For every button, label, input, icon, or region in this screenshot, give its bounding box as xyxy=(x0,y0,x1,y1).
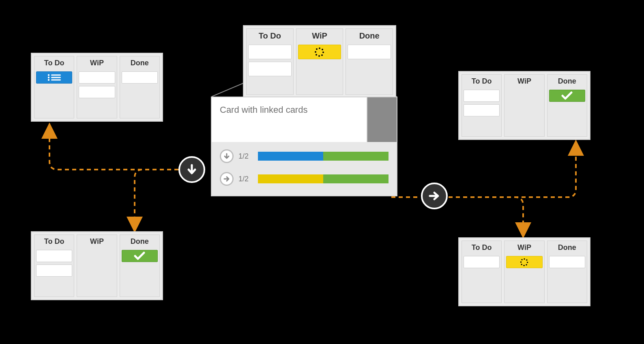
card-done[interactable] xyxy=(549,90,585,102)
column-done: Done xyxy=(547,241,587,303)
card-blank[interactable] xyxy=(348,45,391,59)
column-done: Done xyxy=(547,74,587,137)
svg-point-20 xyxy=(520,261,522,262)
svg-point-2 xyxy=(322,52,324,53)
arrow-to-top-left xyxy=(49,129,178,170)
progress-segment-green xyxy=(323,174,389,183)
svg-point-16 xyxy=(527,262,528,263)
board-bottom-right: To Do WiP Done xyxy=(458,237,590,306)
card-blank[interactable] xyxy=(248,62,292,76)
detail-title: Card with linked cards xyxy=(212,97,367,142)
badge-related xyxy=(421,183,448,209)
column-header-wip: WiP xyxy=(506,76,542,87)
linked-row-related: 1/2 xyxy=(220,172,389,186)
column-header-wip: WiP xyxy=(506,243,542,254)
linked-row-children: 1/2 xyxy=(220,149,389,163)
board-top-left: To Do WiP Done xyxy=(31,53,163,122)
arrow-down-icon xyxy=(223,153,230,159)
card-done[interactable] xyxy=(122,250,158,262)
svg-rect-13 xyxy=(51,80,61,81)
column-header-todo: To Do xyxy=(248,30,292,42)
column-todo: To Do xyxy=(34,234,74,297)
arrow-right-icon xyxy=(427,189,441,203)
svg-rect-11 xyxy=(51,77,61,78)
svg-point-0 xyxy=(319,47,320,49)
loading-dots-icon xyxy=(314,47,325,57)
column-header-wip: WiP xyxy=(79,58,115,69)
column-header-done: Done xyxy=(122,58,158,69)
column-header-todo: To Do xyxy=(464,243,500,254)
column-header-done: Done xyxy=(348,30,391,42)
svg-point-7 xyxy=(316,48,318,50)
card-blank[interactable] xyxy=(79,71,115,84)
arrow-right-icon xyxy=(223,176,230,182)
expand-children-button[interactable] xyxy=(220,149,234,163)
children-fraction: 1/2 xyxy=(238,152,253,161)
card-list[interactable] xyxy=(36,71,72,84)
card-blank[interactable] xyxy=(122,71,158,84)
card-detail-panel: Card with linked cards 1/2 1/2 xyxy=(211,97,397,196)
column-header-done: Done xyxy=(549,76,585,87)
progress-segment-green xyxy=(323,152,389,161)
svg-point-6 xyxy=(315,51,316,53)
column-header-done: Done xyxy=(549,243,585,254)
svg-rect-9 xyxy=(51,75,61,76)
svg-point-12 xyxy=(47,79,49,81)
arrow-to-bottom-left xyxy=(135,170,178,226)
arrow-to-top-right xyxy=(449,146,576,197)
svg-point-8 xyxy=(47,74,49,76)
expand-related-button[interactable] xyxy=(220,172,234,186)
svg-point-17 xyxy=(526,264,527,265)
column-todo: To Do xyxy=(462,241,502,303)
card-blank[interactable] xyxy=(248,45,292,59)
card-blank[interactable] xyxy=(464,90,500,102)
svg-point-1 xyxy=(322,49,323,50)
column-done: Done xyxy=(120,56,160,118)
check-icon xyxy=(561,91,573,100)
column-todo: To Do xyxy=(246,28,294,95)
column-wip: WiP xyxy=(504,241,544,303)
progress-segment-blue xyxy=(258,152,323,161)
card-loading[interactable] xyxy=(298,45,341,59)
svg-point-15 xyxy=(526,259,527,260)
card-blank[interactable] xyxy=(464,104,500,116)
board-top-right: To Do WiP Done xyxy=(458,71,590,140)
children-progress-bar xyxy=(258,152,389,161)
card-blank[interactable] xyxy=(464,256,500,268)
arrow-down-icon xyxy=(185,163,199,176)
svg-point-10 xyxy=(47,77,49,78)
related-fraction: 1/2 xyxy=(238,175,253,183)
board-top-center: To Do WiP Done xyxy=(243,25,396,98)
card-blank[interactable] xyxy=(549,256,585,268)
svg-point-3 xyxy=(321,54,323,56)
column-wip: WiP xyxy=(77,56,117,118)
column-wip: WiP xyxy=(296,28,343,95)
arrow-to-bottom-right xyxy=(449,197,523,232)
svg-point-4 xyxy=(318,55,320,57)
column-todo: To Do xyxy=(462,74,502,137)
badge-children xyxy=(178,156,205,183)
card-loading[interactable] xyxy=(506,256,542,268)
loading-dots-icon xyxy=(520,258,529,267)
svg-point-21 xyxy=(521,259,522,260)
column-done: Done xyxy=(346,28,393,95)
column-todo: To Do xyxy=(34,56,74,118)
card-blank[interactable] xyxy=(79,86,115,98)
card-blank[interactable] xyxy=(36,250,72,262)
column-wip: WiP xyxy=(77,234,117,297)
svg-point-5 xyxy=(316,54,317,56)
related-progress-bar xyxy=(258,174,389,183)
detail-thumbnail xyxy=(367,97,397,142)
detail-body: 1/2 1/2 xyxy=(212,142,397,196)
column-header-todo: To Do xyxy=(36,236,72,247)
progress-segment-yellow xyxy=(258,174,323,183)
detail-header: Card with linked cards xyxy=(212,97,397,142)
column-header-wip: WiP xyxy=(79,236,115,247)
column-header-todo: To Do xyxy=(36,58,72,69)
column-header-wip: WiP xyxy=(298,30,341,42)
svg-point-18 xyxy=(523,265,524,266)
card-blank[interactable] xyxy=(36,264,72,277)
column-done: Done xyxy=(120,234,160,297)
svg-point-14 xyxy=(524,258,525,260)
svg-point-19 xyxy=(521,264,522,265)
